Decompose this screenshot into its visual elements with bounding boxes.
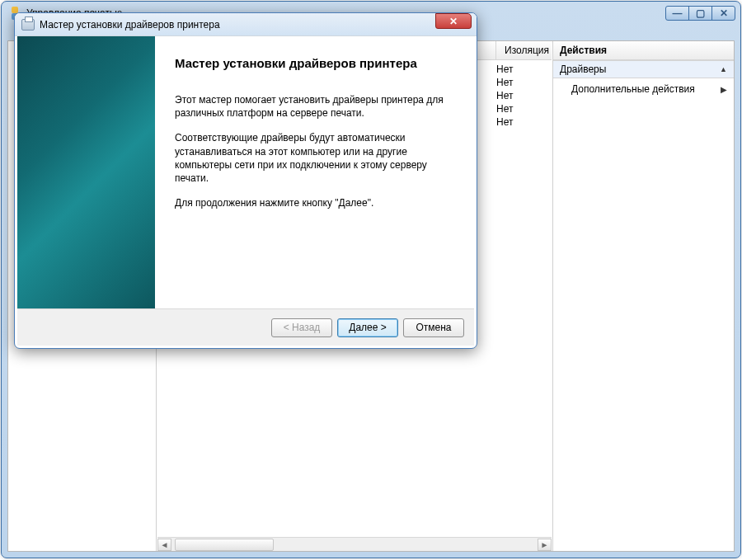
wizard-paragraph-1: Этот мастер помогает установить драйверы… bbox=[175, 93, 447, 120]
wizard-heading: Мастер установки драйверов принтера bbox=[175, 56, 454, 70]
scroll-left-icon[interactable]: ◄ bbox=[157, 539, 171, 551]
chevron-up-icon: ▲ bbox=[720, 65, 727, 73]
wizard-close-button[interactable]: ✕ bbox=[435, 13, 472, 29]
cancel-button[interactable]: Отмена bbox=[403, 318, 464, 337]
list-cell[interactable]: Нет bbox=[490, 64, 552, 77]
list-cell[interactable]: Нет bbox=[490, 116, 552, 129]
minimize-button[interactable]: — bbox=[665, 6, 689, 21]
actions-item-more[interactable]: Дополнительные действия ▶ bbox=[553, 78, 734, 100]
wizard-footer: < Назад Далее > Отмена bbox=[17, 308, 474, 346]
back-button: < Назад bbox=[271, 318, 332, 337]
next-button[interactable]: Далее > bbox=[337, 318, 398, 337]
column-isolation[interactable]: Изоляция драй bbox=[495, 41, 552, 60]
wizard-sidebar-graphic bbox=[17, 36, 155, 308]
chevron-right-icon: ▶ bbox=[721, 85, 727, 94]
wizard-paragraph-3: Для продолжения нажмите кнопку "Далее". bbox=[175, 196, 447, 209]
list-cell[interactable]: Нет bbox=[490, 77, 552, 90]
list-cell[interactable]: Нет bbox=[490, 90, 552, 103]
wizard-body: Мастер установки драйверов принтера Этот… bbox=[17, 36, 474, 308]
driver-install-wizard: Мастер установки драйверов принтера ✕ Ма… bbox=[14, 12, 477, 349]
actions-section-label: Драйверы bbox=[560, 64, 606, 75]
actions-header: Действия bbox=[553, 41, 734, 60]
actions-item-label: Дополнительные действия bbox=[571, 83, 695, 95]
scroll-right-icon[interactable]: ► bbox=[538, 539, 552, 551]
list-cell[interactable]: Нет bbox=[490, 103, 552, 116]
wizard-paragraph-2: Соответствующие драйверы будут автоматич… bbox=[175, 131, 447, 185]
actions-section-drivers[interactable]: Драйверы ▲ bbox=[553, 60, 734, 78]
wizard-content: Мастер установки драйверов принтера Этот… bbox=[155, 36, 474, 308]
close-button[interactable]: ✕ bbox=[711, 6, 735, 21]
horizontal-scrollbar[interactable]: ◄ ► bbox=[157, 537, 552, 551]
close-x-icon: ✕ bbox=[449, 16, 458, 27]
printer-icon bbox=[21, 19, 35, 31]
actions-pane: Действия Драйверы ▲ Дополнительные дейст… bbox=[552, 41, 734, 551]
scroll-thumb[interactable] bbox=[175, 539, 274, 551]
maximize-button[interactable]: ▢ bbox=[688, 6, 712, 21]
wizard-titlebar[interactable]: Мастер установки драйверов принтера ✕ bbox=[15, 13, 477, 36]
wizard-title: Мастер установки драйверов принтера bbox=[40, 19, 477, 31]
